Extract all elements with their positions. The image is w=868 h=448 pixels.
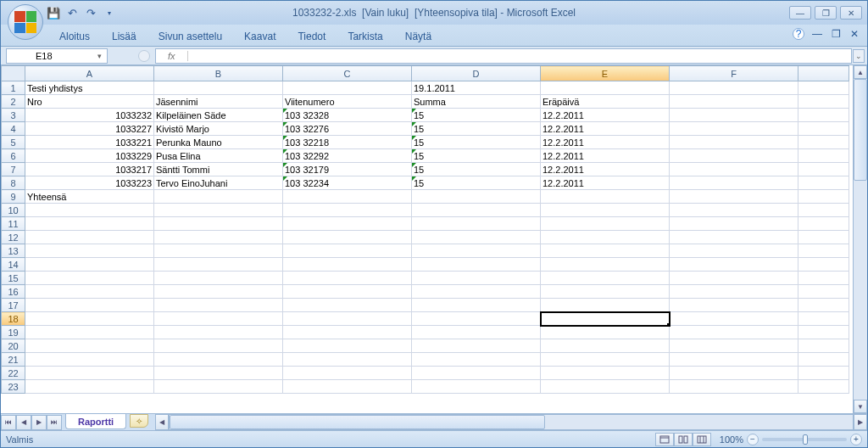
cell-F22[interactable] (670, 367, 798, 380)
zoom-value[interactable]: 100% (720, 434, 743, 445)
cell-C10[interactable] (283, 204, 412, 217)
cell-overflow[interactable] (798, 285, 849, 299)
row-header-4[interactable]: 4 (2, 122, 25, 136)
col-header-C[interactable]: C (283, 66, 412, 81)
row-header-19[interactable]: 19 (2, 326, 25, 339)
cell-A2[interactable]: Nro (25, 95, 154, 109)
tab-tiedot[interactable]: Tiedot (287, 27, 337, 46)
cell-F13[interactable] (670, 244, 798, 258)
cell-A14[interactable] (25, 258, 154, 272)
cell-B19[interactable] (154, 326, 283, 339)
cell-overflow[interactable] (798, 299, 849, 312)
cell-E20[interactable] (541, 339, 670, 353)
cell-F18[interactable] (670, 312, 798, 326)
scroll-down-icon[interactable]: ▼ (854, 400, 867, 413)
cell-overflow[interactable] (798, 217, 849, 231)
cell-A17[interactable] (25, 299, 154, 312)
cell-A23[interactable] (25, 380, 154, 394)
col-header-B[interactable]: B (154, 66, 283, 81)
row-header-8[interactable]: 8 (2, 176, 25, 190)
sheet-next-icon[interactable]: ▶ (31, 415, 47, 430)
cell-B11[interactable] (154, 217, 283, 231)
cell-overflow[interactable] (798, 190, 849, 204)
redo-icon[interactable]: ↷ (84, 6, 97, 20)
tab-lisaa[interactable]: Lisää (101, 27, 147, 46)
cell-D18[interactable] (412, 312, 541, 326)
cell-D8[interactable]: 15 (412, 176, 541, 190)
cell-overflow[interactable] (798, 339, 849, 353)
row-header-22[interactable]: 22 (2, 367, 25, 380)
row-header-5[interactable]: 5 (2, 136, 25, 149)
cell-overflow[interactable] (798, 109, 849, 122)
scroll-right-icon[interactable]: ▶ (854, 414, 867, 430)
cell-F23[interactable] (670, 380, 798, 394)
cell-E8[interactable]: 12.2.2011 (541, 176, 670, 190)
cell-overflow[interactable] (798, 163, 849, 176)
cell-F12[interactable] (670, 231, 798, 244)
cell-F5[interactable] (670, 136, 798, 149)
hscroll-thumb[interactable] (170, 415, 545, 429)
cell-overflow[interactable] (798, 95, 849, 109)
maximize-button[interactable]: ❐ (815, 6, 837, 20)
cell-E10[interactable] (541, 204, 670, 217)
cell-D10[interactable] (412, 204, 541, 217)
col-header-overflow[interactable] (798, 66, 849, 81)
grid[interactable]: ABCDEF1Testi yhdistys19.1.20112NroJäsenn… (1, 65, 853, 413)
cell-D7[interactable]: 15 (412, 163, 541, 176)
cell-E22[interactable] (541, 367, 670, 380)
cell-E4[interactable]: 12.2.2011 (541, 122, 670, 136)
cell-D16[interactable] (412, 285, 541, 299)
cell-F14[interactable] (670, 258, 798, 272)
vscroll-track[interactable] (854, 79, 867, 400)
col-header-A[interactable]: A (25, 66, 154, 81)
cell-F2[interactable] (670, 95, 798, 109)
cell-A7[interactable]: 1033217 (25, 163, 154, 176)
cell-C1[interactable] (283, 81, 412, 95)
zoom-out-icon[interactable]: − (747, 434, 759, 445)
cell-A10[interactable] (25, 204, 154, 217)
cell-B7[interactable]: Säntti Tommi (154, 163, 283, 176)
cell-C12[interactable] (283, 231, 412, 244)
cell-E23[interactable] (541, 380, 670, 394)
cell-B4[interactable]: Kivistö Marjo (154, 122, 283, 136)
cell-E5[interactable]: 12.2.2011 (541, 136, 670, 149)
cell-F17[interactable] (670, 299, 798, 312)
cell-D1[interactable]: 19.1.2011 (412, 81, 541, 95)
cell-F8[interactable] (670, 176, 798, 190)
office-button[interactable] (8, 4, 43, 40)
cell-E19[interactable] (541, 326, 670, 339)
cell-D5[interactable]: 15 (412, 136, 541, 149)
cell-C21[interactable] (283, 353, 412, 367)
zoom-in-icon[interactable]: + (850, 434, 862, 445)
cell-A11[interactable] (25, 217, 154, 231)
help-icon[interactable]: ? (793, 28, 804, 40)
row-header-16[interactable]: 16 (2, 285, 25, 299)
col-header-F[interactable]: F (670, 66, 798, 81)
minimize-button[interactable]: — (789, 6, 811, 20)
cell-overflow[interactable] (798, 367, 849, 380)
cell-overflow[interactable] (798, 231, 849, 244)
cell-B23[interactable] (154, 380, 283, 394)
cell-overflow[interactable] (798, 258, 849, 272)
cell-E9[interactable] (541, 190, 670, 204)
cell-A18[interactable] (25, 312, 154, 326)
row-header-1[interactable]: 1 (2, 81, 25, 95)
fx-icon[interactable]: fx (156, 51, 188, 61)
cell-D14[interactable] (412, 258, 541, 272)
cell-E16[interactable] (541, 285, 670, 299)
scroll-left-icon[interactable]: ◀ (155, 414, 169, 430)
new-sheet-icon[interactable]: ✧ (130, 414, 148, 428)
tab-kaavat[interactable]: Kaavat (233, 27, 287, 46)
cell-D15[interactable] (412, 272, 541, 285)
row-header-20[interactable]: 20 (2, 339, 25, 353)
row-header-23[interactable]: 23 (2, 380, 25, 394)
cell-B22[interactable] (154, 367, 283, 380)
cell-C18[interactable] (283, 312, 412, 326)
cell-overflow[interactable] (798, 149, 849, 163)
cell-overflow[interactable] (798, 176, 849, 190)
cell-F10[interactable] (670, 204, 798, 217)
cell-F3[interactable] (670, 109, 798, 122)
cell-B13[interactable] (154, 244, 283, 258)
cell-C2[interactable]: Viitenumero (283, 95, 412, 109)
cell-C16[interactable] (283, 285, 412, 299)
